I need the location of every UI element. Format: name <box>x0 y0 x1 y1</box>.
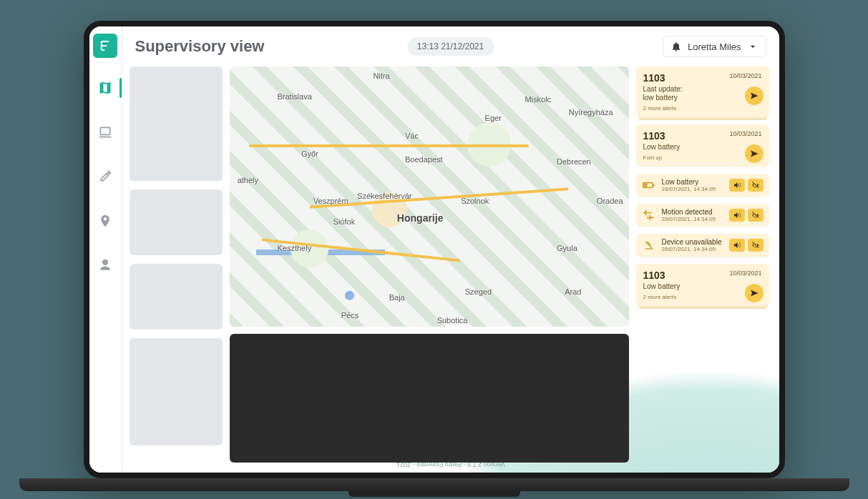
sub-alert-title: Device unavailable <box>662 238 723 246</box>
map-city-label: Pécs <box>341 311 359 320</box>
sub-alert-title: Motion detected <box>662 208 723 216</box>
footer-version: Version 2.7.9 - Pietro Fiorentini - 2021 <box>396 461 505 468</box>
map-city-label: Debrecen <box>557 157 591 166</box>
fold-toggle[interactable]: Fold up <box>643 154 762 161</box>
user-name: Loretta Miles <box>688 41 741 52</box>
nav-tools[interactable] <box>89 162 122 191</box>
alert-date: 10/03/2021 <box>729 270 761 277</box>
hide-button[interactable] <box>748 239 764 252</box>
nav-map[interactable] <box>89 74 122 102</box>
map-city-label: Szeged <box>465 287 492 296</box>
map-city-label: Subotica <box>437 316 468 325</box>
alerts-column: 110310/03/2021Last update:low battery2 m… <box>636 66 769 463</box>
thumbnail-placeholder[interactable] <box>130 66 223 181</box>
map-city-label: Boedapest <box>405 155 443 164</box>
laptop-foot <box>348 491 520 497</box>
thumbnail-column <box>130 66 223 463</box>
map-city-label: Gyula <box>557 244 577 252</box>
thumbnail-placeholder[interactable] <box>130 338 223 445</box>
page-title: Supervisory view <box>135 37 265 56</box>
map-country-label: Hongarije <box>397 212 444 224</box>
alert-sub-row: Low battery28/07/2021, 14:34:05 <box>636 174 769 197</box>
topbar: Supervisory view 13:13 21/12/2021 Lorett… <box>122 26 779 66</box>
hide-button[interactable] <box>748 179 764 192</box>
center-column: Hongarije BratislavaNitraMiskolcNyíregyh… <box>230 66 629 463</box>
map-city-label: Székesfehérvár <box>357 192 411 200</box>
alert-more: 2 more alerts <box>643 105 762 112</box>
alert-date: 10/03/2021 <box>729 72 761 79</box>
map-city-label: Oradea <box>597 197 623 205</box>
alert-id: 1103 <box>643 130 665 142</box>
bell-icon <box>670 41 682 52</box>
alert-id: 1103 <box>643 72 665 84</box>
map-city-label: athely <box>238 176 258 184</box>
map-city-label: Veszprém <box>313 197 348 205</box>
sound-button[interactable] <box>729 239 745 252</box>
nav-device[interactable] <box>89 118 122 147</box>
nav-profile[interactable] <box>89 251 122 280</box>
alert-card[interactable]: 110310/03/2021Low batteryFold up <box>636 124 769 167</box>
alert-card[interactable]: 110310/03/2021Last update:low battery2 m… <box>636 66 769 117</box>
map-city-label: Keszthely <box>277 244 311 252</box>
map-city-label: Miskolc <box>525 95 551 104</box>
sidebar <box>89 26 122 473</box>
svg-rect-0 <box>100 127 109 134</box>
alert-id: 1103 <box>643 270 665 281</box>
thumbnail-placeholder[interactable] <box>130 189 223 255</box>
sound-button[interactable] <box>729 179 745 192</box>
map-city-label: Arad <box>565 287 581 296</box>
alert-date: 10/03/2021 <box>729 130 761 137</box>
alert-more: 2 more alerts <box>643 294 762 300</box>
send-button[interactable] <box>745 144 764 163</box>
sub-alert-title: Low battery <box>662 178 723 186</box>
alert-sub-row: Motion detected28/07/2021, 14:34:05 <box>636 204 769 227</box>
hide-button[interactable] <box>748 209 764 222</box>
map-city-label: Győr <box>301 149 318 158</box>
offline-icon <box>642 238 656 252</box>
map-city-label: Nitra <box>373 71 389 80</box>
map-city-label: Vác <box>405 132 419 140</box>
app-window: Supervisory view 13:13 21/12/2021 Lorett… <box>84 21 785 478</box>
send-button[interactable] <box>745 87 764 105</box>
motion-icon <box>642 208 656 222</box>
sub-alert-time: 28/07/2021, 14:34:05 <box>662 246 723 252</box>
map-city-label: Eger <box>485 114 502 122</box>
map-city-label: Nyíregyháza <box>569 108 613 117</box>
battery-icon <box>642 178 656 192</box>
alert-text: Last update:low battery <box>643 85 762 102</box>
send-button[interactable] <box>745 284 764 302</box>
thumbnail-placeholder[interactable] <box>130 264 223 330</box>
alert-sub-row: Device unavailable28/07/2021, 14:34:05 <box>636 234 769 257</box>
content-row: Hongarije BratislavaNitraMiskolcNyíregyh… <box>122 66 779 473</box>
map-city-label: Baja <box>389 293 405 302</box>
map-city-label: Bratislava <box>277 92 311 101</box>
alert-text: Low battery <box>643 143 762 152</box>
laptop-frame: Supervisory view 13:13 21/12/2021 Lorett… <box>77 21 792 478</box>
laptop-base <box>19 478 849 491</box>
nav-location[interactable] <box>89 207 122 235</box>
sub-alert-time: 28/07/2021, 14:34:05 <box>662 186 723 192</box>
user-menu[interactable]: Loretta Miles <box>663 36 766 57</box>
timestamp-pill: 13:13 21/12/2021 <box>407 37 494 56</box>
main-area: Supervisory view 13:13 21/12/2021 Lorett… <box>122 26 779 473</box>
alert-text: Low battery <box>643 282 762 291</box>
map-city-label: Siófok <box>333 217 356 226</box>
map-view[interactable]: Hongarije BratislavaNitraMiskolcNyíregyh… <box>230 66 629 327</box>
chevron-down-icon <box>747 41 759 52</box>
detail-panel[interactable] <box>230 334 629 463</box>
sound-button[interactable] <box>729 209 745 222</box>
alert-card[interactable]: 110310/03/2021Low battery2 more alerts <box>636 264 769 306</box>
app-logo[interactable] <box>93 34 117 58</box>
svg-rect-2 <box>644 184 646 186</box>
sub-alert-time: 28/07/2021, 14:34:05 <box>662 216 723 222</box>
map-city-label: Szolnok <box>461 197 489 205</box>
